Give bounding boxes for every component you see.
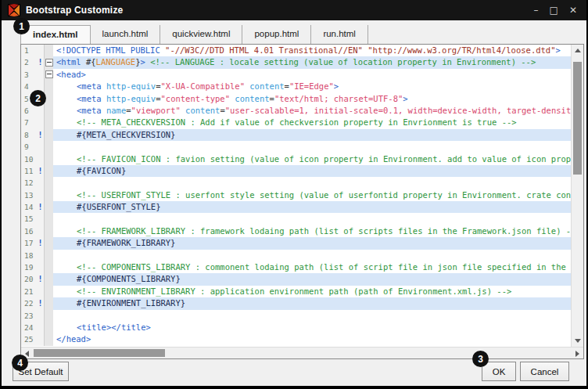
marker-gutter: [37, 69, 44, 81]
minimize-icon[interactable]: –: [534, 5, 539, 15]
line-number: 11: [21, 165, 37, 177]
code-line-16[interactable]: 16<!-- FRAMEWORK_LIBRARY : framework lod…: [21, 225, 571, 237]
line-number: 15: [21, 213, 37, 225]
window-title: Bootstrap Customize: [26, 5, 123, 16]
horizontal-scrollbar[interactable]: [21, 347, 583, 358]
vertical-scrollbar-thumb[interactable]: [573, 62, 582, 175]
code-line-10[interactable]: 10<!-- FAVICON_ICON : favion setting (va…: [21, 153, 571, 165]
maximize-icon[interactable]: □: [550, 5, 558, 15]
code-line-5[interactable]: 5<meta http-equiv="content-type" content…: [21, 93, 571, 105]
tab-index-html[interactable]: index.html: [20, 25, 91, 44]
code-line-3[interactable]: 3<head>: [21, 69, 571, 81]
code-text[interactable]: <!-- META_CHECKVERSION : Add if value of…: [53, 117, 571, 128]
code-line-24[interactable]: 24<title></title>: [21, 322, 571, 333]
code-text[interactable]: <!-- FRAMEWORK_LIBRARY : framework lodai…: [53, 225, 571, 237]
fold-gutter: [44, 105, 53, 117]
fold-collapse-icon[interactable]: [44, 56, 53, 68]
code-text[interactable]: #{FAVICON}: [53, 165, 571, 177]
code-text[interactable]: <!DOCTYPE HTML PUBLIC "-//W3C//DTD HTML …: [53, 45, 571, 56]
code-line-23[interactable]: 23: [21, 310, 571, 322]
code-line-7[interactable]: 7<!-- META_CHECKVERSION : Add if value o…: [21, 117, 571, 128]
annotation-callout-2: 2: [30, 90, 46, 106]
line-number: 18: [21, 250, 37, 261]
code-line-25[interactable]: 25</head>: [21, 333, 571, 345]
line-number: 20: [21, 273, 37, 285]
horizontal-scrollbar-thumb[interactable]: [34, 349, 165, 357]
marker-gutter: [37, 141, 44, 153]
vertical-scrollbar[interactable]: [571, 45, 583, 347]
code-line-20[interactable]: 20!#{COMPONENTS_LIBRARY}: [21, 273, 571, 285]
cancel-button[interactable]: Cancel: [520, 362, 569, 381]
code-text[interactable]: #{ENVIRONMENT_LIBRARY}: [53, 297, 571, 309]
code-text[interactable]: <meta name="viewport" content="user-scal…: [53, 105, 571, 117]
fold-gutter: [44, 189, 53, 201]
code-line-21[interactable]: 21<!-- ENVIRONMENT_LIBRARY : application…: [21, 286, 571, 297]
code-text[interactable]: <!-- ENVIRONMENT_LIBRARY : application e…: [53, 286, 571, 297]
fold-gutter: [44, 225, 53, 237]
code-line-8[interactable]: 8!#{META_CHECKVERSION}: [21, 129, 571, 141]
app-icon: [8, 4, 20, 16]
bookmark-icon: !: [37, 56, 44, 68]
code-text[interactable]: [53, 213, 571, 225]
line-number: 10: [21, 153, 37, 165]
code-lines[interactable]: 1<!DOCTYPE HTML PUBLIC "-//W3C//DTD HTML…: [21, 45, 571, 347]
code-line-4[interactable]: 4<meta http-equiv="X-UA-Compatible" cont…: [21, 81, 571, 92]
code-line-14[interactable]: 14!#{USERFONT_STYLE}: [21, 201, 571, 213]
code-text[interactable]: <meta http-equiv="content-type" content=…: [53, 93, 571, 105]
line-number: 22: [21, 297, 37, 309]
line-number: 12: [21, 177, 37, 189]
code-line-22[interactable]: 22!#{ENVIRONMENT_LIBRARY}: [21, 297, 571, 309]
code-text[interactable]: <head>: [53, 69, 571, 81]
fold-gutter: [44, 129, 53, 141]
scroll-right-icon[interactable]: [575, 351, 579, 357]
code-text[interactable]: <!-- COMPONENTS_LIBRARY : commonent loda…: [53, 261, 571, 273]
code-line-6[interactable]: 6<meta name="viewport" content="user-sca…: [21, 105, 571, 117]
code-text[interactable]: #{FRAMEWORK_LIBRARY}: [53, 237, 571, 249]
line-number: 9: [21, 141, 37, 153]
code-text[interactable]: <html #{LANGUAGE}> <!-- LANGUAGE : local…: [53, 56, 571, 68]
fold-gutter: [44, 213, 53, 225]
code-line-11[interactable]: 11!#{FAVICON}: [21, 165, 571, 177]
code-line-15[interactable]: 15: [21, 213, 571, 225]
code-line-19[interactable]: 19<!-- COMPONENTS_LIBRARY : commonent lo…: [21, 261, 571, 273]
fold-gutter: [44, 237, 53, 249]
code-text[interactable]: #{META_CHECKVERSION}: [53, 129, 571, 141]
code-text[interactable]: #{USERFONT_STYLE}: [53, 201, 571, 213]
scroll-left-icon[interactable]: [25, 351, 29, 357]
line-number: 17: [21, 237, 37, 249]
code-line-13[interactable]: 13<!-- USERFONT_STYLE : userfont style s…: [21, 189, 571, 201]
code-line-1[interactable]: 1<!DOCTYPE HTML PUBLIC "-//W3C//DTD HTML…: [21, 45, 571, 56]
line-number: 14: [21, 201, 37, 213]
code-line-9[interactable]: 9: [21, 141, 571, 153]
code-line-12[interactable]: 12: [21, 177, 571, 189]
fold-gutter: [44, 141, 53, 153]
scroll-down-icon[interactable]: [575, 339, 581, 343]
code-line-17[interactable]: 17!#{FRAMEWORK_LIBRARY}: [21, 237, 571, 249]
close-icon[interactable]: ✕: [569, 5, 577, 15]
tab-launch-html[interactable]: launch.html: [91, 25, 161, 44]
tab-quickview-html[interactable]: quickview.html: [160, 25, 242, 44]
code-text[interactable]: [53, 177, 571, 189]
tab-run-html[interactable]: run.html: [311, 25, 368, 44]
scroll-up-icon[interactable]: [575, 49, 581, 52]
code-editor[interactable]: 1<!DOCTYPE HTML PUBLIC "-//W3C//DTD HTML…: [20, 44, 584, 359]
code-text[interactable]: <!-- FAVICON_ICON : favion setting (valu…: [53, 153, 571, 165]
bootstrap-customize-dialog: Bootstrap Customize – □ ✕ index.htmllaun…: [0, 0, 588, 389]
ok-button[interactable]: OK: [482, 362, 516, 381]
code-text[interactable]: </head>: [53, 333, 571, 345]
code-text[interactable]: <title></title>: [53, 322, 571, 333]
marker-gutter: [37, 189, 44, 201]
code-text[interactable]: [53, 310, 571, 322]
code-text[interactable]: [53, 250, 571, 261]
code-line-2[interactable]: 2!<html #{LANGUAGE}> <!-- LANGUAGE : loc…: [21, 56, 571, 68]
code-text[interactable]: <!-- USERFONT_STYLE : userfont style set…: [53, 189, 571, 201]
fold-collapse-icon[interactable]: [44, 69, 53, 81]
window-controls: – □ ✕: [534, 5, 580, 15]
line-number: 16: [21, 225, 37, 237]
code-text[interactable]: <meta http-equiv="X-UA-Compatible" conte…: [53, 81, 571, 92]
code-text[interactable]: [53, 141, 571, 153]
code-line-18[interactable]: 18: [21, 250, 571, 261]
tab-popup-html[interactable]: popup.html: [242, 25, 311, 44]
code-text[interactable]: #{COMPONENTS_LIBRARY}: [53, 273, 571, 285]
dialog-body: index.htmllaunch.htmlquickview.htmlpopup…: [3, 20, 585, 383]
